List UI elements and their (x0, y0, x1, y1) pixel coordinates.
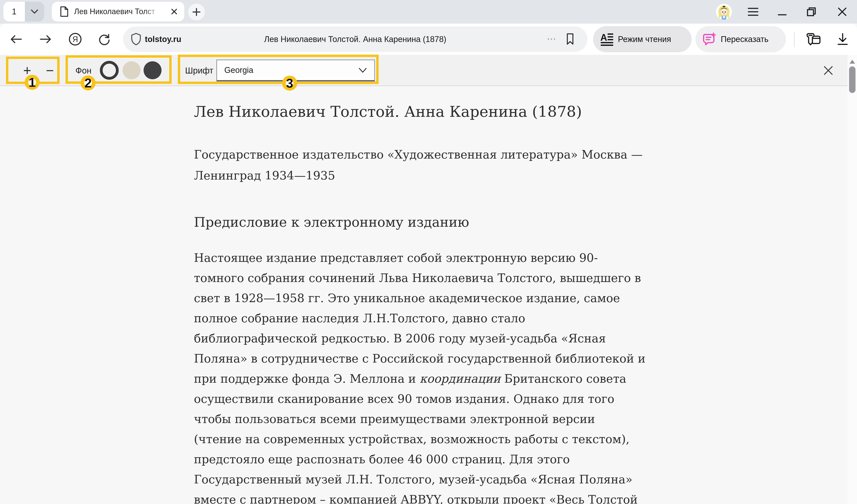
address-page-title: Лев Николаевич Толстой. Анна Каренина (1… (123, 27, 587, 52)
download-icon (837, 33, 848, 46)
reading-mode-label: Режим чтения (618, 35, 671, 44)
navigation-toolbar: Я tolstoy.ru Лев Николаевич Толстой. Анн… (0, 23, 857, 55)
svg-text:A: A (600, 33, 607, 43)
reload-icon (98, 33, 111, 46)
subtitle-line: Ленинград 1934—1935 (194, 165, 643, 186)
scrollbar[interactable] (847, 55, 857, 504)
paragraph-line: предстояло еще распознать более 46 000 с… (194, 449, 645, 470)
tab-bar: 1 Лев Николаевич Толст (0, 0, 857, 23)
more-actions-button[interactable]: ⋯ (547, 27, 557, 51)
bookmark-icon[interactable] (566, 33, 575, 45)
paragraph-line: свет в 1928—1958 гг. Это уникальное акад… (194, 288, 645, 308)
minimize-button[interactable] (770, 0, 794, 23)
plus-icon (192, 7, 201, 17)
paragraph-line: библиографической редкостью. В 2006 году… (194, 329, 645, 349)
retell-sparkle-icon (702, 32, 717, 47)
tab-counter[interactable]: 1 (3, 2, 44, 21)
retell-label: Пересказать (721, 35, 769, 44)
yandex-icon: Я (68, 32, 82, 46)
yandex-services-button[interactable]: Я (66, 23, 85, 55)
tab-list-button[interactable] (25, 2, 44, 21)
section-heading: Предисловие к электронному изданию (194, 214, 469, 230)
reading-mode-button[interactable]: A Режим чтения (593, 26, 692, 52)
paragraph-line: Поляна» в сотрудничестве с Российской го… (194, 349, 645, 369)
close-icon (837, 7, 847, 17)
close-icon (170, 8, 178, 15)
restore-icon (806, 7, 817, 17)
close-icon (823, 65, 834, 76)
chevron-down-icon (31, 9, 38, 14)
avatar[interactable] (716, 4, 732, 20)
forward-button[interactable] (36, 23, 55, 55)
address-bar[interactable]: tolstoy.ru Лев Николаевич Толстой. Анна … (123, 27, 587, 52)
article-title: Лев Николаевич Толстой. Анна Каренина (1… (194, 103, 582, 120)
paragraph-line: полное собрание наследия Л.Н.Толстого, д… (194, 308, 645, 329)
restore-button[interactable] (800, 0, 823, 23)
arrow-right-icon (39, 34, 52, 44)
reader-content: Лев Николаевич Толстой. Анна Каренина (1… (0, 87, 847, 504)
article-subtitle: Государственное издательство «Художестве… (194, 144, 643, 186)
page-icon (60, 6, 69, 17)
window-close-button[interactable] (830, 0, 854, 23)
downloads-button[interactable] (833, 23, 852, 55)
subtitle-line: Государственное издательство «Художестве… (194, 144, 643, 165)
key-card-icon (806, 32, 821, 46)
paragraph-line: томного собрания сочинений Льва Николаев… (194, 268, 645, 288)
scrollbar-thumb[interactable] (849, 66, 856, 93)
toolbar-divider (794, 32, 795, 47)
tab-close-button[interactable] (170, 8, 178, 15)
browser-menu-button[interactable] (741, 0, 765, 23)
paragraph-line: вместе с партнером – компанией ABBYY, от… (194, 490, 645, 504)
tab-count-label: 1 (3, 2, 25, 21)
paragraph-line: чтобы пользоваться всеми преимуществами … (194, 409, 645, 429)
annotation-badge-1: 1 (24, 75, 40, 90)
back-button[interactable] (6, 23, 26, 55)
paragraph-line: Настоящее издание представляет собой эле… (194, 248, 645, 268)
reload-button[interactable] (95, 23, 114, 55)
article-paragraph: Настоящее издание представляет собой эле… (194, 248, 645, 504)
annotation-badge-3: 3 (282, 75, 297, 91)
paragraph-line: (чтение на современных устройствах, возм… (194, 429, 645, 449)
annotation-badge-2: 2 (81, 75, 96, 90)
annotation-box-font (178, 55, 379, 84)
paragraph-line: при поддержке фонда Э. Меллона и координ… (194, 369, 645, 389)
paragraph-line: Государственный музей Л.Н. Толстого, муз… (194, 470, 645, 490)
hamburger-icon (747, 7, 759, 16)
retell-button[interactable]: Пересказать (695, 26, 786, 52)
svg-text:Я: Я (72, 35, 78, 44)
new-tab-button[interactable] (188, 4, 205, 20)
reader-close-button[interactable] (816, 55, 841, 86)
scroll-up-arrow[interactable] (849, 59, 856, 64)
tab-title: Лев Николаевич Толст (74, 7, 160, 16)
reading-mode-icon: A (600, 33, 614, 46)
avatar-image (716, 4, 732, 20)
minimize-icon (777, 7, 787, 17)
passwords-button[interactable] (804, 23, 823, 55)
paragraph-line: осуществили сканирование всех 90 томов и… (194, 389, 645, 409)
active-tab[interactable]: Лев Николаевич Толст (52, 2, 184, 21)
arrow-left-icon (10, 34, 22, 44)
